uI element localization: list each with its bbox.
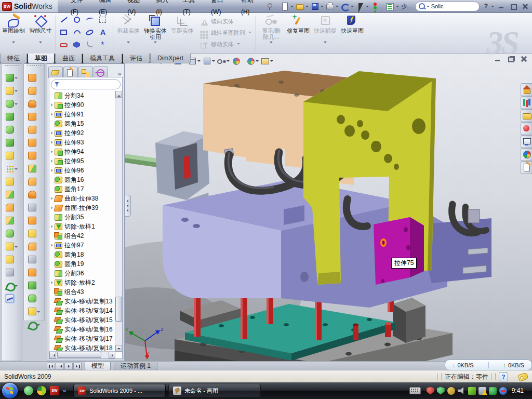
polygon-tool-icon[interactable]: [72, 39, 84, 51]
dropdown-caret-icon[interactable]: [305, 2, 309, 11]
smart-dimension-button[interactable]: 智能尺寸: [27, 12, 54, 54]
tree-item[interactable]: 拉伸92: [49, 128, 115, 138]
tree-item[interactable]: 实体-移动/复制17: [49, 334, 115, 343]
undo-button[interactable]: [340, 2, 350, 11]
tree-item[interactable]: 组合43: [49, 287, 115, 297]
dropdown-caret-icon[interactable]: [350, 2, 354, 11]
tree-item[interactable]: 拉伸97: [49, 241, 115, 250]
expand-icon[interactable]: [49, 244, 54, 247]
start-button[interactable]: [2, 383, 18, 398]
view-palette-tab[interactable]: [521, 135, 532, 148]
view-settings-icon[interactable]: [260, 56, 270, 65]
first-tab-button[interactable]: [47, 363, 55, 370]
search-input[interactable]: Solic: [415, 2, 480, 11]
toolbar-button[interactable]: [24, 201, 44, 214]
menu-item[interactable]: 插入(I): [150, 0, 177, 18]
toolbar-button[interactable]: [24, 305, 44, 318]
help-caret-icon[interactable]: [490, 2, 494, 11]
repair-sketch-button[interactable]: 修复草图: [285, 12, 312, 54]
offset-entities-button[interactable]: 等距实体: [169, 12, 196, 54]
expand-icon[interactable]: [49, 113, 54, 116]
toolbar-button[interactable]: [24, 162, 44, 175]
expand-icon[interactable]: [49, 159, 54, 163]
toolbar-button[interactable]: [2, 227, 22, 240]
tree-item[interactable]: 曲面-拉伸38: [49, 194, 115, 203]
save-button[interactable]: [310, 2, 320, 11]
expand-icon[interactable]: [49, 197, 54, 200]
tray-health-icon[interactable]: [489, 387, 497, 395]
toolbar-button[interactable]: [24, 279, 44, 292]
toolbar-button[interactable]: [2, 175, 22, 188]
toolbar-button[interactable]: [2, 201, 22, 214]
toolbar-button[interactable]: [2, 123, 22, 136]
tree-filter-input[interactable]: [51, 79, 121, 89]
rapid-sketch-button[interactable]: 快速草图: [339, 12, 366, 54]
dropdown-caret-icon[interactable]: [395, 2, 399, 11]
document-tab[interactable]: 运动算例 1: [114, 362, 157, 370]
arc-tool-icon[interactable]: [72, 27, 84, 39]
toolbar-button[interactable]: [2, 188, 22, 201]
command-tab[interactable]: 特征: [0, 54, 27, 63]
point-tool-icon[interactable]: [98, 39, 110, 51]
tray-security-icon[interactable]: [437, 387, 445, 395]
tree-item[interactable]: 实体-移动/复制18: [49, 343, 115, 352]
doc-close-button[interactable]: [520, 56, 528, 63]
tree-item[interactable]: 拉伸96: [49, 166, 115, 175]
toolbar-button[interactable]: [2, 240, 22, 253]
solidworks-resources-tab[interactable]: [521, 83, 532, 96]
toolbar-button[interactable]: [2, 214, 22, 227]
command-tab[interactable]: 曲面: [55, 54, 82, 63]
toolbar-button[interactable]: [2, 84, 22, 97]
quick-launch-app-icon[interactable]: [37, 386, 46, 395]
toolbar-button[interactable]: [2, 253, 22, 266]
search-tab[interactable]: [521, 122, 532, 135]
toolbar-button[interactable]: [24, 84, 44, 97]
menu-item[interactable]: 文件(F): [65, 0, 94, 18]
menu-item[interactable]: 工具(T): [177, 0, 206, 18]
menu-item[interactable]: 窗口(W): [205, 0, 235, 18]
tree-item[interactable]: 圆角17: [49, 184, 115, 194]
toolbar-grip[interactable]: [5, 65, 19, 69]
ellipse-tool-icon[interactable]: [85, 27, 97, 39]
expand-icon[interactable]: [49, 225, 54, 228]
tree-item[interactable]: 切除-放样1: [49, 222, 115, 231]
toolbar-button[interactable]: [2, 97, 22, 110]
toolbar-button[interactable]: [24, 318, 44, 331]
menu-item[interactable]: 编辑(E): [93, 0, 122, 18]
tree-item[interactable]: 分割35: [49, 212, 115, 222]
tree-item[interactable]: 实体-移动/复制15: [49, 315, 115, 325]
help-button[interactable]: ?: [483, 3, 489, 10]
toolbar-button[interactable]: [2, 110, 22, 123]
quick-snaps-button[interactable]: 快速捕捉: [312, 12, 339, 54]
toolbar-button[interactable]: [24, 240, 44, 253]
toolbar-button[interactable]: [2, 71, 22, 84]
network-speed-widget[interactable]: ↓ 0KB/S ↑ 0KB/S: [445, 360, 532, 370]
next-tab-button[interactable]: [64, 363, 73, 370]
tree-item[interactable]: 分割34: [49, 91, 115, 100]
edit-appearance-icon[interactable]: [231, 56, 241, 65]
scroll-left-icon[interactable]: [49, 352, 56, 358]
expand-icon[interactable]: [49, 150, 54, 153]
minimize-button[interactable]: [497, 3, 506, 10]
assembly-3d-model[interactable]: X Y Z: [125, 54, 532, 361]
toolbar-button[interactable]: [24, 214, 44, 227]
toolbar-button[interactable]: [2, 149, 22, 162]
file-explorer-tab[interactable]: [521, 109, 532, 122]
tree-item[interactable]: 圆角18: [49, 250, 115, 259]
quick-tips-button[interactable]: ?: [499, 373, 508, 381]
document-tab[interactable]: 模型: [85, 362, 111, 370]
command-tab[interactable]: 草图: [28, 54, 55, 63]
tray-network-warning-icon[interactable]: [478, 387, 486, 395]
tree-item[interactable]: 拉伸93: [49, 138, 115, 147]
panel-collapse-handle[interactable]: [125, 195, 131, 217]
command-tab[interactable]: 模具工具: [83, 54, 122, 63]
tree-item[interactable]: 拉伸94: [49, 147, 115, 156]
menu-item[interactable]: 帮助(H): [235, 0, 264, 18]
featuremanager-tree-tab[interactable]: [48, 66, 63, 78]
expand-icon[interactable]: [49, 141, 54, 144]
toolbar-button[interactable]: [24, 266, 44, 279]
input-method-icon[interactable]: [409, 387, 421, 394]
tree-horizontal-scrollbar[interactable]: [49, 351, 115, 358]
select-button[interactable]: [355, 2, 365, 11]
toolbar-button[interactable]: [2, 292, 22, 305]
